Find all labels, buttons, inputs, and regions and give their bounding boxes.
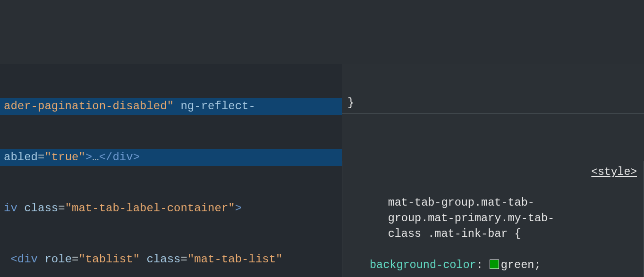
color-swatch-icon[interactable] xyxy=(490,260,499,269)
css-selector[interactable]: mat-tab-group.mat-tab-group.mat-primary.… xyxy=(388,195,582,242)
styles-panel[interactable]: } <style> mat-tab-group.mat-tab-group.ma… xyxy=(342,64,644,277)
dom-line[interactable]: iv class="mat-tab-label-container"> xyxy=(0,200,342,217)
elements-panel[interactable]: ader-pagination-disabled" ng-reflect- ab… xyxy=(0,64,342,277)
dom-line[interactable]: abled="true">…</div> xyxy=(0,149,342,166)
devtools-window: ader-pagination-disabled" ng-reflect- ab… xyxy=(0,64,644,277)
style-rule[interactable]: <style> mat-tab-group.mat-tab-group.mat-… xyxy=(342,161,644,277)
stylesheet-link[interactable]: <style> xyxy=(591,164,637,180)
style-rule-fragment[interactable]: } xyxy=(342,95,644,114)
css-declaration[interactable]: background-color: green; xyxy=(348,257,638,273)
dom-line[interactable]: ader-pagination-disabled" ng-reflect- xyxy=(0,98,342,115)
dom-line[interactable]: <div role="tablist" class="mat-tab-list" xyxy=(0,251,342,268)
